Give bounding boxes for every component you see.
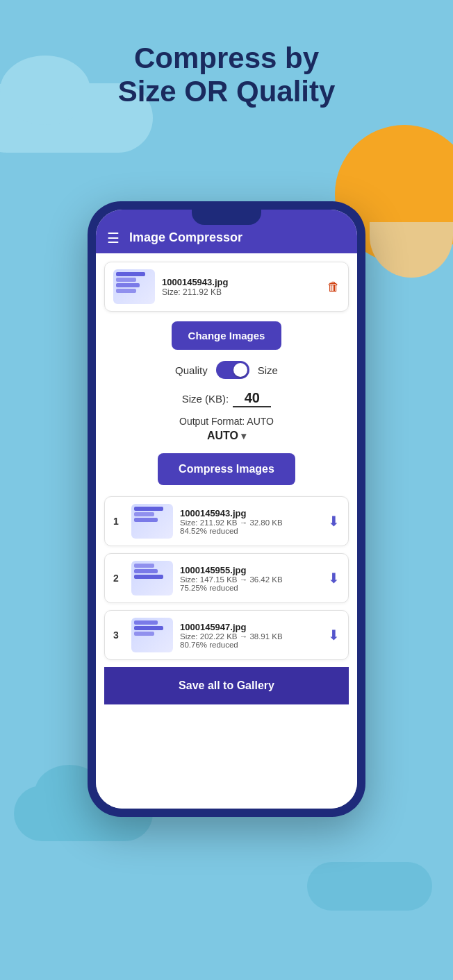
r2-line-2 — [134, 569, 158, 573]
image-name: 1000145943.jpg — [162, 277, 320, 287]
result-thumb-2 — [131, 561, 173, 595]
r3-line-1 — [134, 620, 158, 625]
result-card-1: 1 1000145943.jpg Size: 211.92 KB → — [104, 496, 349, 546]
result-number-1: 1 — [113, 516, 124, 527]
quality-label: Quality — [175, 364, 208, 376]
header-title: Compress by Size OR Quality — [0, 42, 453, 109]
selected-image-card: 1000145943.jpg Size: 211.92 KB 🗑 — [104, 262, 349, 312]
r2-line-1 — [134, 564, 154, 568]
result-reduced-2: 75.25% reduced — [180, 584, 321, 592]
cloud-decoration-3 — [307, 862, 432, 911]
result-card-2: 2 1000145955.jpg Size: 147.15 KB → — [104, 553, 349, 603]
download-button-2[interactable]: ⬇ — [328, 570, 340, 586]
chevron-down-icon: ▾ — [241, 430, 246, 441]
result-reduced-1: 84.52% reduced — [180, 527, 321, 535]
result-thumb-1 — [131, 504, 173, 539]
size-label: Size — [258, 364, 278, 376]
download-button-3[interactable]: ⬇ — [328, 627, 340, 643]
thumb-line-2 — [116, 278, 136, 282]
image-size: Size: 211.92 KB — [162, 287, 320, 297]
phone-body: ☰ Image Compressor 1 — [88, 201, 365, 817]
delete-button[interactable]: 🗑 — [327, 280, 340, 294]
thumb-line-1 — [116, 272, 145, 276]
result-card-3: 3 1000145947.jpg Size: 202.22 KB → — [104, 610, 349, 660]
thumb-line-3 — [116, 283, 140, 287]
download-button-1[interactable]: ⬇ — [328, 513, 340, 530]
result-size-3: Size: 202.22 KB → 38.91 KB — [180, 632, 321, 641]
format-value: AUTO — [207, 430, 238, 442]
size-input-row: Size (KB): — [104, 390, 349, 407]
r1-line-3 — [134, 518, 158, 522]
output-format-label: Output Format: AUTO — [104, 416, 349, 427]
result-name-2: 1000145955.jpg — [180, 565, 321, 575]
result-size-1: Size: 211.92 KB → 32.80 KB — [180, 518, 321, 527]
output-format-section: Output Format: AUTO AUTO ▾ — [104, 416, 349, 442]
toggle-switch[interactable] — [216, 361, 249, 379]
compress-images-button[interactable]: Compress Images — [158, 453, 295, 485]
result-thumb-3 — [131, 618, 173, 652]
result-reduced-3: 80.76% reduced — [180, 641, 321, 649]
result-info-3: 1000145947.jpg Size: 202.22 KB → 38.91 K… — [180, 622, 321, 649]
results-list: 1 1000145943.jpg Size: 211.92 KB → — [104, 496, 349, 660]
header: Compress by Size OR Quality — [0, 42, 453, 109]
r3-line-3 — [134, 632, 154, 636]
phone-screen: ☰ Image Compressor 1 — [96, 210, 357, 809]
image-info: 1000145943.jpg Size: 211.92 KB — [162, 277, 320, 297]
result-info-2: 1000145955.jpg Size: 147.15 KB → 36.42 K… — [180, 565, 321, 592]
size-kb-label: Size (KB): — [182, 393, 229, 405]
result-name-1: 1000145943.jpg — [180, 508, 321, 518]
result-number-2: 2 — [113, 573, 124, 584]
change-images-button[interactable]: Change Images — [172, 321, 282, 350]
result-info-1: 1000145943.jpg Size: 211.92 KB → 32.80 K… — [180, 508, 321, 535]
save-all-button[interactable]: Save all to Gallery — [104, 667, 349, 704]
format-dropdown[interactable]: AUTO ▾ — [207, 430, 246, 442]
r2-line-3 — [134, 575, 163, 579]
r3-line-2 — [134, 626, 163, 630]
result-number-3: 3 — [113, 630, 124, 641]
toggle-knob — [233, 363, 247, 377]
app-content: 1000145943.jpg Size: 211.92 KB 🗑 Change … — [96, 253, 357, 809]
image-thumbnail — [113, 269, 155, 304]
thumb-line-4 — [116, 289, 136, 293]
sun-partial-decoration — [370, 222, 453, 278]
hamburger-icon[interactable]: ☰ — [107, 231, 120, 245]
phone-mockup: ☰ Image Compressor 1 — [88, 201, 365, 817]
size-input[interactable] — [233, 390, 271, 407]
result-size-2: Size: 147.15 KB → 36.42 KB — [180, 575, 321, 584]
result-name-3: 1000145947.jpg — [180, 622, 321, 632]
r1-line-2 — [134, 512, 154, 516]
app-title: Image Compressor — [129, 230, 242, 245]
r1-line-1 — [134, 507, 163, 511]
phone-notch — [192, 210, 261, 225]
quality-size-toggle-row: Quality Size — [104, 361, 349, 379]
